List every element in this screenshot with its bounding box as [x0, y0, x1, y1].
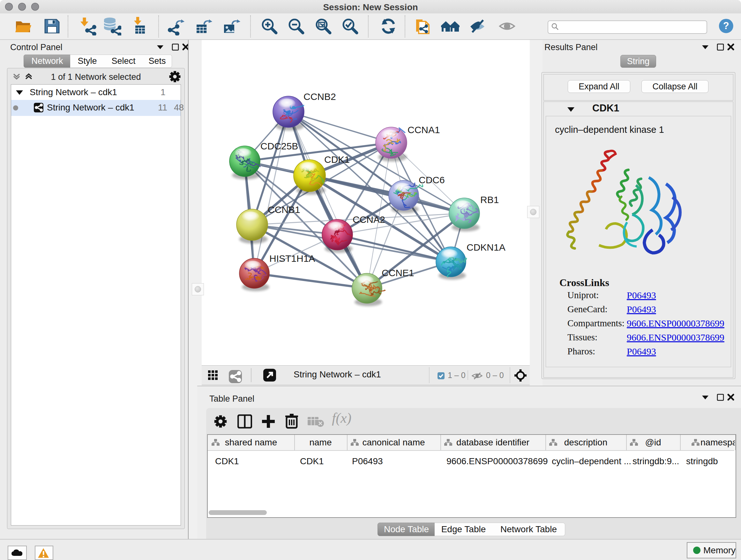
svg-text:CDK1: CDK1: [324, 154, 350, 165]
svg-text:HIST1H1A: HIST1H1A: [269, 253, 315, 264]
svg-text:CCNB2: CCNB2: [304, 91, 336, 102]
svg-text:CDC6: CDC6: [419, 175, 445, 185]
svg-text:CCNB1: CCNB1: [268, 204, 300, 215]
svg-text:CDC25B: CDC25B: [260, 141, 298, 151]
svg-text:?: ?: [723, 20, 729, 31]
svg-text:CCNA1: CCNA1: [408, 125, 440, 135]
svg-text:CDKN1A: CDKN1A: [467, 242, 506, 253]
svg-text:CCNA2: CCNA2: [353, 214, 385, 225]
svg-text:RB1: RB1: [480, 194, 499, 205]
svg-text:CCNE1: CCNE1: [382, 267, 414, 278]
